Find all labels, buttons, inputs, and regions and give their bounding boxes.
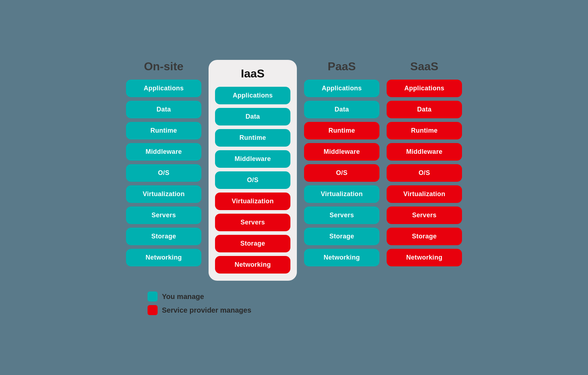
- iaas-panel: IaaSApplicationsDataRuntimeMiddlewareO/S…: [209, 60, 297, 281]
- column-iaas: IaaSApplicationsDataRuntimeMiddlewareO/S…: [209, 60, 297, 281]
- legend-label-teal: You manage: [162, 293, 204, 301]
- iaas-item-7: Storage: [215, 235, 290, 252]
- saas-item-1: Data: [387, 101, 462, 118]
- saas-item-4: O/S: [387, 164, 462, 182]
- paas-item-6: Servers: [304, 207, 379, 224]
- onsite-title: On-site: [144, 60, 183, 73]
- legend-label-red: Service provider manages: [162, 306, 251, 314]
- paas-item-4: O/S: [304, 164, 379, 182]
- iaas-items: ApplicationsDataRuntimeMiddlewareO/SVirt…: [215, 87, 290, 274]
- saas-item-0: Applications: [387, 80, 462, 97]
- columns-wrapper: On-siteApplicationsDataRuntimeMiddleware…: [126, 60, 462, 281]
- column-paas: PaaSApplicationsDataRuntimeMiddlewareO/S…: [304, 60, 379, 266]
- legend-dot-teal: [148, 291, 158, 302]
- iaas-item-8: Networking: [215, 256, 290, 274]
- saas-item-2: Runtime: [387, 122, 462, 139]
- paas-item-1: Data: [304, 101, 379, 118]
- onsite-item-8: Networking: [126, 249, 201, 266]
- legend: You manageService provider manages: [148, 291, 251, 315]
- iaas-item-0: Applications: [215, 87, 290, 104]
- iaas-title: IaaS: [241, 67, 265, 80]
- onsite-item-0: Applications: [126, 80, 201, 97]
- paas-item-7: Storage: [304, 228, 379, 245]
- onsite-item-1: Data: [126, 101, 201, 118]
- iaas-item-2: Runtime: [215, 129, 290, 147]
- legend-dot-red: [148, 305, 158, 315]
- column-onsite: On-siteApplicationsDataRuntimeMiddleware…: [126, 60, 201, 266]
- iaas-item-3: Middleware: [215, 150, 290, 168]
- saas-items: ApplicationsDataRuntimeMiddlewareO/SVirt…: [387, 80, 462, 266]
- onsite-item-5: Virtualization: [126, 185, 201, 203]
- iaas-item-5: Virtualization: [215, 193, 290, 210]
- paas-item-3: Middleware: [304, 143, 379, 161]
- saas-item-6: Servers: [387, 207, 462, 224]
- saas-item-7: Storage: [387, 228, 462, 245]
- paas-item-5: Virtualization: [304, 185, 379, 203]
- paas-item-0: Applications: [304, 80, 379, 97]
- onsite-item-3: Middleware: [126, 143, 201, 161]
- saas-item-3: Middleware: [387, 143, 462, 161]
- saas-item-8: Networking: [387, 249, 462, 266]
- legend-item-red: Service provider manages: [148, 305, 251, 315]
- onsite-items: ApplicationsDataRuntimeMiddlewareO/SVirt…: [126, 80, 201, 266]
- paas-items: ApplicationsDataRuntimeMiddlewareO/SVirt…: [304, 80, 379, 266]
- onsite-item-4: O/S: [126, 164, 201, 182]
- iaas-item-4: O/S: [215, 171, 290, 189]
- legend-item-teal: You manage: [148, 291, 251, 302]
- paas-item-2: Runtime: [304, 122, 379, 139]
- paas-title: PaaS: [328, 60, 356, 73]
- onsite-item-2: Runtime: [126, 122, 201, 139]
- diagram-container: On-siteApplicationsDataRuntimeMiddleware…: [112, 46, 476, 329]
- paas-item-8: Networking: [304, 249, 379, 266]
- onsite-item-7: Storage: [126, 228, 201, 245]
- saas-item-5: Virtualization: [387, 185, 462, 203]
- column-saas: SaaSApplicationsDataRuntimeMiddlewareO/S…: [387, 60, 462, 266]
- onsite-item-6: Servers: [126, 207, 201, 224]
- iaas-item-6: Servers: [215, 214, 290, 231]
- iaas-item-1: Data: [215, 108, 290, 125]
- saas-title: SaaS: [410, 60, 438, 73]
